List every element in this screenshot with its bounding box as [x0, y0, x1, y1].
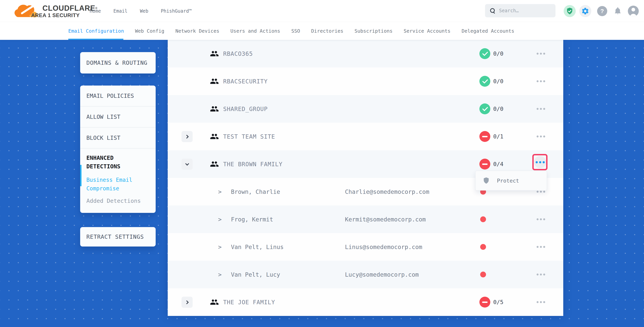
table-row-member: > Frog, Kermit Kermit@somedemocorp.com	[168, 206, 563, 233]
member-name: Van Pelt, Lucy	[231, 271, 280, 278]
member-email: Lucy@somedemocorp.com	[345, 271, 419, 278]
email-policies-label: EMAIL POLICIES	[86, 92, 134, 99]
nav-email[interactable]: Email	[114, 8, 128, 14]
member-email: Charlie@somedemocorp.com	[345, 188, 429, 195]
sidebar-item-email-policies[interactable]: EMAIL POLICIES	[80, 85, 156, 106]
brand-name: CLOUDFLARE®	[42, 4, 98, 12]
status-unprotected-dot	[480, 272, 486, 278]
row-actions-menu: Protect	[475, 171, 547, 191]
group-icon	[210, 49, 219, 58]
nav-web[interactable]: Web	[140, 8, 148, 14]
header-icon-cluster: ?	[564, 0, 639, 22]
group-name: RBACO365	[223, 50, 253, 57]
cloudflare-logo[interactable]: CLOUDFLARE® AREA 1 SECURITY	[11, 2, 98, 19]
table-row-member: > Van Pelt, Linus Linus@somedemocorp.com	[168, 233, 563, 261]
tab-email-configuration[interactable]: Email Configuration	[68, 28, 124, 34]
table-row-member: > Van Pelt, Lucy Lucy@somedemocorp.com	[168, 261, 563, 288]
nav-phishguard[interactable]: PhishGuard™	[161, 8, 192, 14]
tab-users-and-actions[interactable]: Users and Actions	[230, 28, 280, 34]
tab-sso[interactable]: SSO	[291, 28, 300, 34]
member-email: Kermit@somedemocorp.com	[345, 216, 426, 223]
chevron-right-icon[interactable]: >	[218, 244, 222, 250]
app-header: CLOUDFLARE® AREA 1 SECURITY Home Email W…	[0, 0, 644, 22]
search-input[interactable]: Search…	[485, 4, 556, 17]
table-row-group: TEST TEAM SITE 0/1	[168, 123, 563, 150]
chevron-right-icon[interactable]: >	[218, 271, 222, 278]
row-actions-button[interactable]	[534, 131, 548, 142]
table-row-group: SHARED_GROUP 0/0	[168, 95, 563, 123]
bell-icon[interactable]	[613, 6, 623, 16]
row-actions-button[interactable]	[534, 103, 548, 115]
row-actions-button[interactable]	[534, 296, 548, 308]
avatar-icon[interactable]	[628, 6, 639, 16]
allow-list-label: ALLOW LIST	[86, 113, 120, 120]
protected-count: 0/4	[493, 161, 503, 167]
protect-label: Protect	[497, 178, 519, 184]
expand-row-button[interactable]	[182, 131, 192, 142]
help-icon[interactable]: ?	[597, 6, 607, 16]
shield-check-icon[interactable]	[564, 5, 576, 17]
row-actions-button[interactable]	[534, 269, 548, 280]
gear-icon[interactable]	[579, 5, 591, 17]
group-icon	[210, 77, 219, 86]
sidebar-item-retract-settings[interactable]: RETRACT SETTINGS	[80, 227, 156, 247]
status-protected-icon	[480, 76, 490, 87]
protected-count: 0/0	[493, 106, 503, 112]
member-email: Linus@somedemocorp.com	[345, 244, 422, 250]
status-unprotected-icon	[480, 131, 490, 142]
tab-directories[interactable]: Directories	[311, 28, 344, 34]
sidebar-item-domains-routing[interactable]: DOMAINS & ROUTING	[80, 52, 156, 73]
status-unprotected-icon	[480, 297, 490, 308]
group-name: TEST TEAM SITE	[223, 133, 275, 140]
group-icon	[210, 298, 219, 307]
menu-item-protect[interactable]: Protect	[476, 177, 547, 184]
top-nav: Home Email Web PhishGuard™	[90, 0, 192, 22]
status-protected-icon	[480, 103, 490, 114]
status-unprotected-icon	[480, 159, 490, 170]
search-placeholder: Search…	[499, 8, 519, 13]
search-icon	[490, 8, 495, 13]
sidebar-item-added-detections[interactable]: Added Detections	[86, 198, 150, 204]
row-actions-button[interactable]	[534, 241, 548, 253]
row-actions-button[interactable]	[534, 214, 548, 225]
nav-home[interactable]: Home	[90, 8, 101, 14]
status-unprotected-dot	[480, 216, 486, 222]
domains-routing-label: DOMAINS & ROUTING	[80, 59, 148, 66]
group-name: THE BROWN FAMILY	[223, 161, 282, 168]
active-item-indicator-bar	[80, 165, 82, 186]
tab-network-devices[interactable]: Network Devices	[176, 28, 220, 34]
group-icon	[210, 104, 219, 113]
chevron-right-icon[interactable]: >	[218, 188, 222, 195]
member-name: Brown, Charlie	[231, 188, 280, 195]
page-content: DOMAINS & ROUTING EMAIL POLICIES ALLOW L…	[0, 40, 644, 327]
sidebar-enhanced-detections-section: ENHANCED DETECTIONS Business Email Compr…	[80, 149, 156, 204]
tab-delegated-accounts[interactable]: Delegated Accounts	[462, 28, 514, 34]
group-name: SHARED_GROUP	[223, 106, 268, 112]
group-name: RBACSECURITY	[223, 78, 268, 85]
table-row-group: THE JOE FAMILY 0/5	[168, 288, 563, 316]
row-actions-button[interactable]	[534, 75, 548, 87]
tab-web-config[interactable]: Web Config	[135, 28, 164, 34]
member-name: Van Pelt, Linus	[231, 244, 284, 250]
enhanced-detections-title: ENHANCED DETECTIONS	[86, 154, 150, 171]
sidebar-item-block-list[interactable]: BLOCK LIST	[80, 128, 156, 149]
row-actions-button[interactable]	[534, 48, 548, 59]
groups-table: RBACO365 0/0 RBACSECURITY 0/0 SHARED_GRO…	[168, 40, 563, 316]
row-actions-button-active[interactable]	[534, 156, 546, 168]
expand-row-button[interactable]	[182, 297, 192, 308]
group-icon	[210, 132, 219, 141]
sidebar-policies-card: EMAIL POLICIES ALLOW LIST BLOCK LIST ENH…	[80, 85, 156, 213]
chevron-right-icon[interactable]: >	[218, 216, 222, 223]
tab-service-accounts[interactable]: Service Accounts	[404, 28, 450, 34]
collapse-row-button[interactable]	[182, 159, 192, 170]
active-tab-underline	[68, 39, 123, 40]
group-name: THE JOE FAMILY	[223, 299, 275, 306]
protected-count: 0/1	[493, 133, 503, 140]
sidebar-item-business-email-compromise[interactable]: Business Email Compromise	[86, 176, 150, 193]
tab-subscriptions[interactable]: Subscriptions	[354, 28, 393, 34]
status-protected-icon	[480, 48, 490, 59]
sidebar-item-allow-list[interactable]: ALLOW LIST	[80, 106, 156, 128]
block-list-label: BLOCK LIST	[86, 135, 120, 141]
brand-subtitle: AREA 1 SECURITY	[31, 12, 98, 19]
member-name: Frog, Kermit	[231, 216, 273, 223]
